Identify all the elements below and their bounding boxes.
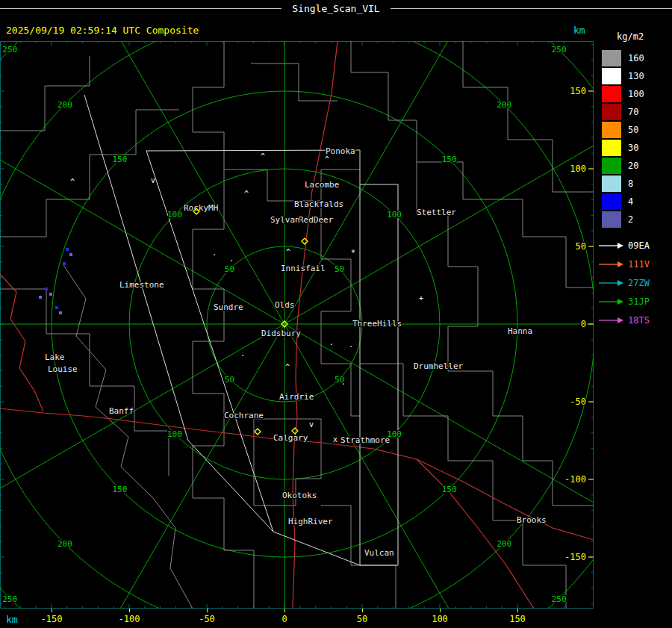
bottom-axis-label: -150 xyxy=(41,614,63,624)
bottom-axis-label: -100 xyxy=(119,614,140,624)
storm-cell-marker: · xyxy=(349,343,353,351)
range-ring-label: 200 xyxy=(57,539,72,549)
legend-swatch xyxy=(602,175,621,192)
legend-entry: 160 xyxy=(602,49,672,67)
city-label: Ponoka xyxy=(326,146,355,156)
city-label: RedDeer xyxy=(299,215,334,225)
radar-station-legend: 09EA111V27ZW31JP18TS xyxy=(597,236,672,329)
county-boundary xyxy=(360,364,566,609)
legend-swatch xyxy=(602,104,621,120)
radar-map-area: 5050505010010010010015015015015020020020… xyxy=(0,41,594,609)
legend-value: 4 xyxy=(628,196,633,207)
station-arrow-head xyxy=(617,317,623,323)
bottom-axis-tick xyxy=(362,609,363,612)
station-arrow-icon xyxy=(597,279,624,287)
storm-cell-marker: ^ xyxy=(285,363,290,371)
legend-swatch xyxy=(602,122,621,138)
county-boundary xyxy=(134,431,169,476)
precip-echo xyxy=(66,248,69,251)
storm-cell-marker: ^ xyxy=(70,178,75,186)
station-row: 09EA xyxy=(597,236,672,255)
range-ring-label: 250 xyxy=(2,45,17,55)
county-boundary xyxy=(351,41,463,199)
range-ring-label: 250 xyxy=(552,45,567,55)
highway xyxy=(417,459,534,609)
station-arrow-head xyxy=(617,243,623,249)
station-arrow-head xyxy=(617,280,623,286)
city-label: Brooks xyxy=(517,515,547,525)
azimuth-spoke xyxy=(0,324,284,609)
bottom-axis-tick xyxy=(440,609,441,612)
storm-cell-marker: * xyxy=(351,249,355,257)
range-ring-label: 250 xyxy=(552,594,567,604)
city-label: Strathmore xyxy=(340,435,390,445)
county-boundary xyxy=(0,110,179,237)
storm-cell-marker: x xyxy=(333,435,337,444)
scan-timestamp: 2025/09/19 02:59:14 UTC Composite xyxy=(6,25,199,36)
legend-value: 2 xyxy=(628,214,633,225)
storm-cell-marker: · xyxy=(240,352,245,360)
storm-cell-marker: + xyxy=(419,294,423,302)
radar-map: 5050505010010010010015015015015020020020… xyxy=(0,41,594,609)
right-axis-label: 50 xyxy=(576,241,586,252)
city-label: Cochrane xyxy=(224,411,264,420)
legend-value: 160 xyxy=(628,53,644,63)
station-row: 18TS xyxy=(597,311,672,329)
radar-site-marker xyxy=(255,429,261,435)
bottom-axis-tick xyxy=(52,609,52,612)
legend-entry: 30 xyxy=(602,139,672,157)
bottom-axis: km -150-100-50050100150 xyxy=(0,609,672,628)
station-id-label: 18TS xyxy=(628,315,650,326)
legend-entry: 8 xyxy=(602,175,672,193)
city-label: Lacombe xyxy=(305,180,339,190)
bottom-axis-label: 100 xyxy=(432,614,448,624)
range-ring-label: 200 xyxy=(497,539,511,549)
legend-entry: 4 xyxy=(602,193,672,211)
legend-value: 50 xyxy=(628,125,638,135)
top-axis-unit-label: km xyxy=(573,25,585,36)
precip-echo xyxy=(45,287,48,290)
right-axis-label: -100 xyxy=(564,474,586,485)
legend-swatch xyxy=(602,86,621,102)
azimuth-spoke xyxy=(0,324,284,609)
range-ring-label: 150 xyxy=(112,155,127,164)
city-label: Lake xyxy=(45,352,65,362)
precip-echo xyxy=(63,262,66,265)
range-ring-label: 100 xyxy=(167,210,182,220)
range-ring-label: 50 xyxy=(225,264,234,274)
precip-echo xyxy=(49,293,52,296)
legend-entry: 70 xyxy=(602,103,672,121)
legend-entry: 2 xyxy=(602,211,672,228)
range-ring-label: 150 xyxy=(112,485,127,494)
right-axis-label: -50 xyxy=(570,397,586,407)
city-label: Blackfalds xyxy=(294,199,343,209)
range-ring-label: 250 xyxy=(2,594,17,604)
station-row: 27ZW xyxy=(597,273,672,292)
legend-swatch xyxy=(602,140,621,156)
range-ring-label: 150 xyxy=(442,155,457,164)
legend-swatch xyxy=(602,193,621,210)
range-ring-label: 100 xyxy=(167,429,182,439)
precip-echo xyxy=(55,306,58,309)
scan-boundary xyxy=(360,184,398,565)
storm-cell-marker: v xyxy=(151,176,155,184)
legend-entry: 100 xyxy=(602,85,672,103)
county-boundary xyxy=(417,162,478,371)
station-id-label: 27ZW xyxy=(628,278,650,288)
bottom-axis-unit-label: km xyxy=(6,614,18,625)
county-boundary xyxy=(321,201,351,364)
legend-value: 130 xyxy=(628,71,644,81)
range-ring-label: 200 xyxy=(497,100,511,110)
bottom-axis-label: 50 xyxy=(357,614,367,624)
storm-cell-marker: v xyxy=(309,420,314,429)
legend-swatch xyxy=(602,50,621,66)
legend-entry: 20 xyxy=(602,157,672,175)
right-axis-label: 100 xyxy=(570,164,586,174)
right-axis-label: 150 xyxy=(570,86,586,96)
storm-cell-marker: ^ xyxy=(325,155,329,164)
city-label: RockyMH xyxy=(184,203,218,213)
storm-cell-marker: · xyxy=(229,257,234,265)
legend-entry: 130 xyxy=(602,67,672,85)
right-axis-label: -150 xyxy=(564,552,586,562)
storm-cell-marker: · xyxy=(341,380,346,388)
